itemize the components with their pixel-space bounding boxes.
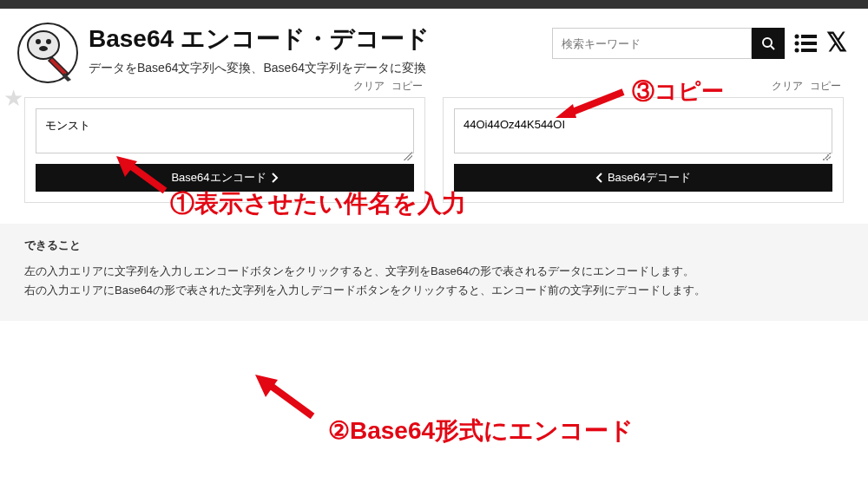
svg-point-4 bbox=[39, 46, 48, 51]
svg-point-2 bbox=[36, 39, 41, 44]
x-social-icon[interactable]: 𝕏 bbox=[826, 31, 851, 55]
footer-title: できること bbox=[24, 238, 844, 253]
decode-input[interactable] bbox=[454, 108, 832, 153]
svg-point-5 bbox=[763, 38, 772, 47]
search-input[interactable] bbox=[552, 28, 752, 59]
panels-container: クリア コピー Base64エンコード クリア コピー Base64デコード bbox=[0, 97, 868, 203]
menu-list-icon[interactable] bbox=[793, 31, 818, 55]
svg-rect-10 bbox=[801, 42, 817, 45]
site-logo[interactable] bbox=[17, 23, 78, 83]
top-bar bbox=[0, 0, 868, 9]
header: Base64 エンコード・デコード データをBase64文字列へ変換、Base6… bbox=[0, 9, 868, 90]
annotation-step2: ②Base64形式にエンコード bbox=[328, 414, 634, 447]
svg-point-7 bbox=[795, 35, 799, 39]
svg-point-11 bbox=[795, 49, 799, 53]
decode-button[interactable]: Base64デコード bbox=[454, 164, 832, 192]
footer-section: できること 左の入力エリアに文字列を入力しエンコードボタンをクリックすると、文字… bbox=[0, 224, 868, 321]
resize-handle-icon[interactable] bbox=[822, 152, 831, 160]
search-box bbox=[552, 28, 785, 59]
svg-point-3 bbox=[46, 39, 51, 44]
footer-line2: 右の入力エリアにBase64の形で表された文字列を入力しデコードボタンをクリック… bbox=[24, 281, 844, 300]
svg-rect-12 bbox=[801, 49, 817, 52]
svg-rect-8 bbox=[801, 35, 817, 38]
encode-panel: クリア コピー Base64エンコード bbox=[24, 97, 425, 203]
resize-handle-icon[interactable] bbox=[404, 152, 412, 160]
encode-button-label: Base64エンコード bbox=[171, 170, 266, 186]
encode-input[interactable] bbox=[36, 108, 414, 153]
clear-button-left[interactable]: クリア bbox=[353, 79, 385, 94]
encode-button[interactable]: Base64エンコード bbox=[36, 164, 414, 192]
chevron-right-icon bbox=[272, 173, 279, 183]
search-icon bbox=[761, 36, 775, 50]
decode-panel: クリア コピー Base64デコード bbox=[443, 97, 844, 203]
page-subtitle: データをBase64文字列へ変換、Base64文字列をデータに変換 bbox=[89, 61, 542, 76]
page-title: Base64 エンコード・デコード bbox=[89, 23, 542, 55]
decode-button-label: Base64デコード bbox=[608, 170, 691, 186]
svg-line-6 bbox=[771, 46, 774, 49]
svg-point-9 bbox=[795, 42, 799, 46]
copy-button-left[interactable]: コピー bbox=[391, 79, 423, 94]
search-button[interactable] bbox=[752, 28, 785, 59]
svg-marker-15 bbox=[255, 375, 278, 397]
svg-point-1 bbox=[28, 31, 59, 59]
chevron-left-icon bbox=[595, 173, 602, 183]
clear-button-right[interactable]: クリア bbox=[772, 79, 803, 94]
footer-line1: 左の入力エリアに文字列を入力しエンコードボタンをクリックすると、文字列をBase… bbox=[24, 262, 844, 281]
favorite-star-icon[interactable]: ★ bbox=[3, 85, 23, 112]
arrow-step2-icon bbox=[252, 375, 321, 422]
copy-button-right[interactable]: コピー bbox=[810, 79, 841, 94]
